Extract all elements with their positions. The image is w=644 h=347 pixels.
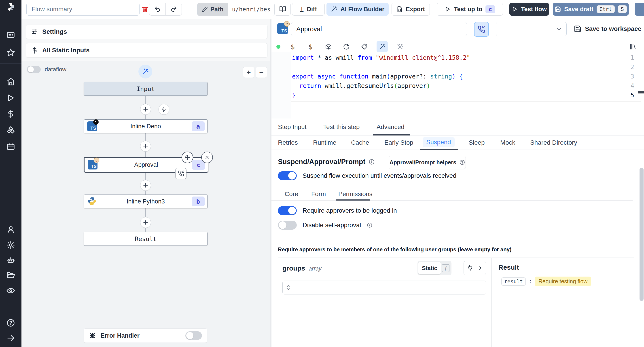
fn-icon: ƒ	[442, 264, 450, 272]
ai-assistant-button[interactable]	[376, 41, 388, 52]
folders-icon[interactable]	[6, 270, 16, 280]
flow-node-inline-python3[interactable]: Inline Python3 b	[84, 194, 208, 208]
code-line: import * as wmill from "windmill-client@…	[292, 54, 470, 61]
users-icon[interactable]	[6, 225, 16, 234]
export-button[interactable]: Export	[392, 3, 430, 16]
help-icon[interactable]	[6, 318, 16, 328]
reload-button[interactable]	[341, 41, 352, 52]
test-flow-button[interactable]: Test flow	[510, 3, 549, 16]
tab-retries[interactable]: Retries	[278, 139, 298, 146]
error-handler-toggle[interactable]	[185, 331, 202, 340]
add-step-button[interactable]	[140, 141, 151, 152]
typescript-deno-icon: TS	[87, 122, 97, 131]
tab-early-stop[interactable]: Early Stop	[384, 139, 413, 146]
flow-node-result[interactable]: Result	[84, 232, 208, 246]
delete-flow-icon[interactable]	[141, 6, 148, 13]
wand-off-icon	[397, 44, 404, 50]
add-trigger-button[interactable]	[158, 104, 169, 115]
format-button[interactable]	[359, 41, 370, 52]
diff-button[interactable]: ± Diff	[292, 3, 325, 16]
groups-field-name: groups	[282, 264, 305, 272]
result-value-badge: Require testing flow	[535, 276, 591, 286]
workers-bot-icon[interactable]	[6, 255, 16, 265]
library-button[interactable]	[627, 41, 638, 52]
redo-button[interactable]	[166, 3, 182, 16]
suspend-toggle[interactable]	[278, 171, 297, 180]
test-up-to-button[interactable]: Test up to c	[437, 3, 503, 16]
flow-node-inline-deno[interactable]: TS Inline Deno a	[84, 120, 208, 133]
home-icon[interactable]	[6, 77, 16, 86]
all-static-inputs-button[interactable]: All Static Inputs	[26, 43, 268, 58]
connect-input-button[interactable]	[464, 261, 486, 275]
flow-node-label: Approval	[134, 162, 158, 168]
javascript-mode-button[interactable]: ƒ	[441, 264, 450, 272]
tab-mock[interactable]: Mock	[500, 139, 515, 146]
static-mode-button[interactable]: Static	[418, 262, 441, 274]
resources-dollar-button[interactable]: $	[305, 41, 316, 52]
panel-divider[interactable]	[270, 19, 272, 347]
expand-arrow-icon[interactable]	[6, 333, 16, 343]
tab-suspend[interactable]: Suspend	[422, 137, 454, 147]
phone-incoming-icon	[478, 26, 485, 33]
resources-icon[interactable]	[6, 126, 16, 135]
app-switcher-icon[interactable]	[6, 30, 16, 40]
zoom-in-button[interactable]: +	[243, 67, 254, 78]
vertical-scrollbar[interactable]	[640, 168, 644, 301]
groups-multiselect-input[interactable]	[282, 280, 486, 294]
tab-runtime[interactable]: Runtime	[313, 139, 336, 146]
tab-test-this-step[interactable]: Test this step	[323, 124, 360, 130]
flow-node-input[interactable]: Input	[84, 82, 208, 96]
settings-gear-icon[interactable]	[6, 240, 16, 250]
add-step-button[interactable]	[140, 217, 151, 228]
star-icon[interactable]	[6, 48, 16, 58]
deploy-button-cutoff[interactable]	[634, 3, 644, 16]
docs-button[interactable]	[274, 3, 291, 16]
runs-icon[interactable]	[6, 93, 16, 103]
audit-eye-icon[interactable]	[6, 286, 16, 296]
tab-permissions[interactable]: Permissions	[338, 190, 372, 198]
approval-prompt-helpers-button[interactable]: Approval/Prompt helpers	[389, 156, 466, 169]
path-label: Path	[210, 6, 224, 13]
move-step-handle[interactable]	[182, 152, 193, 163]
require-login-toggle[interactable]	[278, 206, 297, 215]
flow-settings-button[interactable]: Settings	[26, 24, 268, 39]
flow-summary-input[interactable]	[26, 3, 140, 16]
code-editor[interactable]: 1 2 3 4 5 import * as wmill from "windmi…	[272, 52, 644, 118]
deno-icon	[93, 119, 99, 125]
variables-dollar-button[interactable]: $	[287, 41, 298, 52]
tab-core[interactable]: Core	[285, 190, 298, 198]
schedules-icon[interactable]	[6, 142, 16, 151]
tab-step-input[interactable]: Step Input	[278, 124, 306, 130]
flow-node-result-label: Result	[135, 236, 157, 242]
save-draft-button[interactable]: Save draft Ctrl S	[553, 3, 629, 16]
topbar: Path u/henri/bes ± Diff AI Flow Builder …	[22, 0, 644, 19]
ai-step-wand-button[interactable]	[138, 64, 152, 78]
tab-shared-directory[interactable]: Shared Directory	[530, 139, 577, 146]
save-to-workspace-button[interactable]: Save to workspace	[574, 25, 641, 33]
undo-button[interactable]	[149, 3, 166, 16]
package-button[interactable]	[323, 41, 334, 52]
add-step-button[interactable]	[140, 180, 151, 191]
windmill-logo[interactable]	[6, 2, 16, 12]
suspend-phone-badge	[175, 168, 186, 179]
tab-cache[interactable]: Cache	[351, 139, 369, 146]
tab-form[interactable]: Form	[311, 190, 326, 198]
path-group[interactable]: Path u/henri/bes	[197, 3, 275, 16]
disable-self-approval-toggle[interactable]	[278, 221, 297, 230]
dataflow-toggle[interactable]	[27, 66, 41, 73]
ai-off-button[interactable]	[394, 41, 406, 52]
worker-group-select[interactable]	[496, 22, 567, 36]
tab-advanced[interactable]: Advanced	[376, 124, 404, 130]
variables-icon[interactable]	[6, 109, 16, 119]
zoom-out-button[interactable]: −	[256, 67, 267, 78]
ai-flow-builder-button[interactable]: AI Flow Builder	[326, 3, 389, 16]
tab-sleep[interactable]: Sleep	[469, 139, 485, 146]
delete-step-button[interactable]	[201, 152, 213, 163]
step-title-input[interactable]	[291, 22, 467, 36]
test-up-to-label: Test up to	[454, 6, 482, 13]
typescript-approval-icon: TS	[88, 160, 98, 170]
add-step-button[interactable]	[140, 104, 151, 115]
suspend-mode-button[interactable]	[474, 22, 489, 37]
error-handler-card[interactable]: Error Handler	[84, 328, 207, 343]
result-key-chip[interactable]: result	[501, 278, 526, 286]
